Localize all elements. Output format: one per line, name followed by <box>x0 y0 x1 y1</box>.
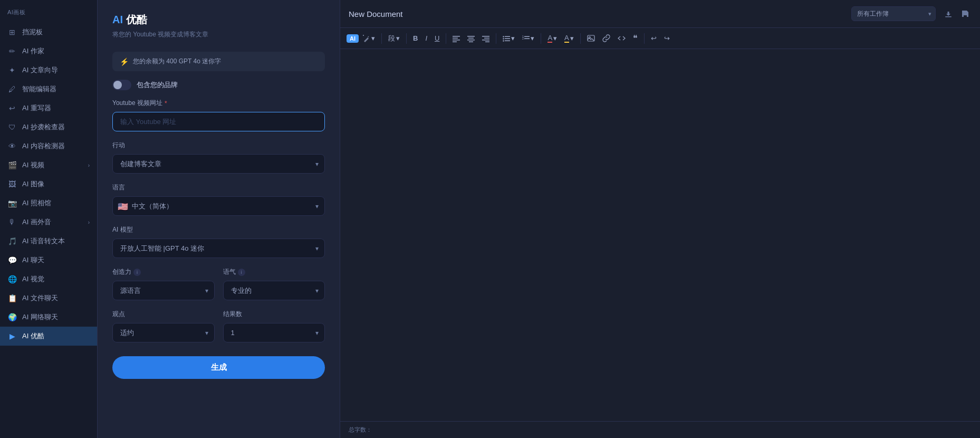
sidebar-item-ai-web-chat[interactable]: 🌍 AI 网络聊天 <box>0 308 97 327</box>
code-icon <box>618 34 626 42</box>
sidebar-item-ai-speech[interactable]: 🎵 AI 语音转文本 <box>0 232 97 251</box>
bold-button[interactable]: B <box>410 32 421 44</box>
tone-select[interactable]: 专业的 <box>223 281 325 300</box>
brand-toggle-label: 包含您的品牌 <box>137 80 178 90</box>
ai-badge[interactable]: AI <box>347 34 359 43</box>
editor-area[interactable] <box>340 49 980 421</box>
creativity-group: 创造力 i 源语言 <box>112 268 215 300</box>
ai-tools-dropdown-button[interactable]: ▾ <box>360 32 378 44</box>
article-icon: ✦ <box>7 65 17 75</box>
svg-rect-9 <box>482 36 489 37</box>
sidebar-item-rewriter[interactable]: ↩ AI 重写器 <box>0 99 97 118</box>
quote-button[interactable]: ❝ <box>630 31 641 45</box>
chevron-down-icon: ▾ <box>371 34 375 42</box>
form-header: AI 优酷 将您的 Youtube 视频变成博客文章 <box>98 0 340 52</box>
bullet-list-button[interactable]: ▾ <box>499 32 518 44</box>
action-label: 行动 <box>112 141 325 150</box>
sidebar-item-label: AI 文件聊天 <box>22 293 58 303</box>
video-icon: 🎬 <box>7 160 17 170</box>
insert-link-button[interactable] <box>599 32 613 44</box>
creativity-info-icon[interactable]: i <box>133 269 141 276</box>
tone-info-icon[interactable]: i <box>238 269 245 276</box>
underline-button[interactable]: U <box>431 32 443 44</box>
title-suffix: 优酷 <box>126 14 147 25</box>
web-chat-icon: 🌍 <box>7 312 17 322</box>
sidebar-item-ai-youka[interactable]: ▶ AI 优酷 <box>0 327 97 346</box>
sidebar-item-dashboard[interactable]: ⊞ 挡泥板 <box>0 23 97 42</box>
chevron-down-icon: ▾ <box>396 34 400 42</box>
code-button[interactable] <box>614 32 629 44</box>
sidebar-item-ai-article[interactable]: ✦ AI 文章向导 <box>0 61 97 80</box>
sidebar-item-label: AI 画外音 <box>22 217 51 227</box>
doc-title-input[interactable] <box>349 9 507 18</box>
youtube-url-input[interactable] <box>112 112 325 131</box>
align-left-icon <box>453 35 460 42</box>
undo-button[interactable]: ↩ <box>648 32 660 44</box>
sidebar-item-ai-chat[interactable]: 💬 AI 聊天 <box>0 251 97 270</box>
sidebar-item-label: AI 优酷 <box>22 331 44 341</box>
sidebar-item-label: 挡泥板 <box>22 27 43 37</box>
viewpoint-results-row: 观点 适约 结果数 1 <box>112 310 325 352</box>
highlight-button[interactable]: A ▾ <box>561 32 577 45</box>
text-color-button[interactable]: A ▾ <box>544 32 560 45</box>
writer-icon: ✏ <box>7 46 17 56</box>
generate-button[interactable]: 生成 <box>112 356 325 379</box>
image-icon: 🖼 <box>7 179 17 189</box>
align-left-button[interactable] <box>449 33 463 44</box>
action-group: 行动 创建博客文章 <box>112 141 325 174</box>
sidebar-item-ai-vision[interactable]: 🌐 AI 视觉 <box>0 270 97 289</box>
sidebar-item-ai-photo[interactable]: 📷 AI 照相馆 <box>0 194 97 213</box>
workspace-select-wrapper: 所有工作簿 <box>851 6 936 21</box>
chevron-down-icon: ▾ <box>570 34 574 42</box>
voiceover-icon: 🎙 <box>7 217 17 227</box>
numbered-list-button[interactable]: 1. 2. ▾ <box>519 32 537 44</box>
credit-banner: ⚡ 您的余额为 400 GPT 4o 迷你字 <box>112 52 325 71</box>
magic-wand-icon <box>363 35 370 42</box>
insert-image-button[interactable] <box>584 32 598 44</box>
align-center-button[interactable] <box>464 33 478 44</box>
sidebar-item-ai-video[interactable]: 🎬 AI 视频 › <box>0 156 97 175</box>
word-count-label: 总字数： <box>349 426 372 433</box>
sidebar-item-ai-file-chat[interactable]: 📋 AI 文件聊天 <box>0 289 97 308</box>
paragraph-dropdown-button[interactable]: 段 ▾ <box>385 32 403 45</box>
download-button[interactable] <box>942 7 955 20</box>
editor-content[interactable] <box>353 60 967 218</box>
svg-rect-22 <box>524 38 530 39</box>
creativity-select[interactable]: 源语言 <box>112 281 215 300</box>
ai-model-select[interactable]: 开放人工智能 |GPT 4o 迷你 <box>112 239 325 258</box>
creativity-select-wrapper: 源语言 <box>112 281 215 300</box>
results-select[interactable]: 1 <box>223 323 325 342</box>
form-body: Youtube 视频网址 * 行动 创建博客文章 语言 🇺🇸 中文（简体） <box>98 99 340 392</box>
svg-rect-5 <box>467 36 475 37</box>
sidebar-item-ai-writer[interactable]: ✏ AI 作家 <box>0 42 97 61</box>
svg-point-17 <box>503 40 504 41</box>
required-indicator: * <box>165 100 167 107</box>
youtube-url-group: Youtube 视频网址 * <box>112 99 325 131</box>
separator-5 <box>541 33 541 44</box>
sidebar-item-ai-image[interactable]: 🖼 AI 图像 <box>0 175 97 194</box>
save-button[interactable] <box>959 7 972 20</box>
viewpoint-select[interactable]: 适约 <box>112 323 215 342</box>
workspace-select[interactable]: 所有工作簿 <box>851 6 936 21</box>
sidebar-item-label: AI 文章向导 <box>22 65 58 75</box>
align-right-icon <box>482 35 489 42</box>
language-select[interactable]: 中文（简体） <box>112 196 325 216</box>
action-select[interactable]: 创建博客文章 <box>112 154 325 174</box>
dashboard-icon: ⊞ <box>7 27 17 37</box>
sidebar-item-content-detector[interactable]: 👁 AI 内容检测器 <box>0 137 97 156</box>
sidebar-item-plagiarism[interactable]: 🛡 AI 抄袭检查器 <box>0 118 97 137</box>
sidebar-item-label: AI 照相馆 <box>22 198 51 208</box>
file-chat-icon: 📋 <box>7 293 17 303</box>
italic-button[interactable]: I <box>422 32 430 44</box>
sidebar-item-label: AI 抄袭检查器 <box>22 122 65 132</box>
editor-topbar: 所有工作簿 <box>340 0 980 28</box>
redo-button[interactable]: ↪ <box>661 32 673 44</box>
align-right-button[interactable] <box>479 33 493 44</box>
svg-rect-7 <box>467 40 475 41</box>
content-detector-icon: 👁 <box>7 141 17 151</box>
sidebar-item-ai-voiceover[interactable]: 🎙 AI 画外音 › <box>0 213 97 232</box>
brand-toggle[interactable] <box>112 80 131 90</box>
chat-icon: 💬 <box>7 255 17 265</box>
editor-panel: 所有工作簿 AI ▾ 段 <box>340 0 980 438</box>
sidebar-item-smart-editor[interactable]: 🖊 智能编辑器 <box>0 80 97 99</box>
